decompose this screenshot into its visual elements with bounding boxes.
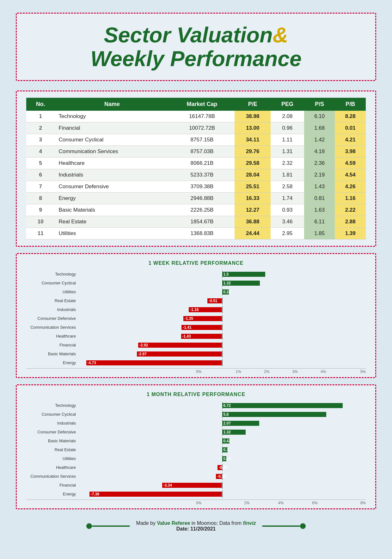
footer-finviz: finviz <box>243 520 256 526</box>
bar-value-label: 1.32 <box>222 430 232 434</box>
bar-row: Industrials-1.16 <box>26 306 366 313</box>
bar-value-label: -3.34 <box>162 483 173 488</box>
cell-peg: 2.08 <box>271 111 304 122</box>
bar-area: -2.97 <box>78 351 366 357</box>
cell-pe: 16.33 <box>235 192 271 204</box>
bar-label: Consumer Defensive <box>26 430 78 434</box>
cell-name: Healthcare <box>55 157 169 169</box>
cell-market-cap: 8066.21B <box>169 157 235 169</box>
cell-pe: 38.98 <box>235 111 271 122</box>
table-row: 1 Technology 16147.78B 38.98 2.08 6.10 8… <box>26 111 366 122</box>
bar-fill: -4.73 <box>86 360 222 365</box>
bar-area: -4.73 <box>78 359 366 366</box>
bar-label: Consumer Cyclical <box>26 281 78 285</box>
bar-area: -0.26 <box>78 464 366 471</box>
bar-row: Healthcare-0.26 <box>26 464 366 471</box>
cell-pe: 36.88 <box>235 216 271 227</box>
cell-pb: 4.26 <box>335 181 366 192</box>
footer-right-decoration <box>262 523 306 529</box>
axis-label: 4% <box>309 370 338 374</box>
bar-label: Communication Services <box>26 474 78 479</box>
bar-area: 1.32 <box>78 429 366 436</box>
bar-value-label: -0.26 <box>217 465 229 470</box>
bar-row: Financial-2.92 <box>26 342 366 349</box>
bar-value-label: -2.92 <box>138 343 149 347</box>
cell-ps: 1.63 <box>304 204 335 216</box>
bar-area: -0.51 <box>78 297 366 304</box>
zero-line <box>222 342 223 349</box>
cell-no: 8 <box>26 192 55 204</box>
cell-pb: 3.98 <box>335 146 366 157</box>
bar-area: 1.32 <box>78 280 366 287</box>
chart1-axis-labels: 0%1%2%3%4%5% <box>26 370 366 374</box>
bar-area: 0.24 <box>78 289 366 295</box>
axis-label: 6% <box>298 501 332 505</box>
cell-ps: 1.85 <box>304 227 335 239</box>
bar-fill: -7.39 <box>89 492 222 497</box>
zero-line <box>222 359 223 366</box>
zero-line <box>222 324 223 331</box>
axis-label: 5% <box>338 370 366 374</box>
bar-label: Consumer Defensive <box>26 316 78 321</box>
table-row: 9 Basic Materials 2226.25B 12.27 0.93 1.… <box>26 204 366 216</box>
cell-market-cap: 8757.15B <box>169 134 235 146</box>
bar-area: 1.5 <box>78 271 366 278</box>
cell-pe: 28.04 <box>235 169 271 181</box>
cell-no: 5 <box>26 157 55 169</box>
bar-value-label: 0.24 <box>222 290 232 294</box>
col-name: Name <box>55 98 169 111</box>
chart1-section: 1 WEEK RELATIVE PERFORMANCE Technology1.… <box>16 253 376 378</box>
footer-text: Made by Value Referee in Moomoo; Data fr… <box>136 520 256 532</box>
footer-date: Date: 11/20/2021 <box>136 526 256 532</box>
bar-area: -7.39 <box>78 491 366 498</box>
bar-label: Real Estate <box>26 298 78 303</box>
bar-area: -1.41 <box>78 324 366 331</box>
bar-row: Consumer Defensive-1.35 <box>26 315 366 322</box>
cell-market-cap: 5233.37B <box>169 169 235 181</box>
bar-label: Basic Materials <box>26 438 78 443</box>
cell-peg: 0.93 <box>271 204 304 216</box>
table-row: 6 Industrials 5233.37B 28.04 1.81 2.19 4… <box>26 169 366 181</box>
bar-area: 0.3 <box>78 446 366 453</box>
bar-value-label: -0.51 <box>207 299 218 303</box>
cell-peg: 0.96 <box>271 122 304 134</box>
col-peg: PEG <box>271 98 304 111</box>
bar-label: Financial <box>26 343 78 347</box>
cell-ps: 2.19 <box>304 169 335 181</box>
footer-circle-left <box>86 523 92 529</box>
bar-row: Basic Materials0.42 <box>26 438 366 444</box>
cell-ps: 1.43 <box>304 181 335 192</box>
bar-row: Basic Materials-2.97 <box>26 351 366 357</box>
cell-peg: 2.32 <box>271 157 304 169</box>
footer-circle-right <box>300 523 306 529</box>
zero-line <box>222 315 223 322</box>
bar-fill: -1.41 <box>181 325 222 330</box>
bar-label: Technology <box>26 403 78 408</box>
table-body: 1 Technology 16147.78B 38.98 2.08 6.10 8… <box>26 111 366 239</box>
zero-line <box>222 306 223 313</box>
bar-area: -0.34 <box>78 473 366 480</box>
cell-pb: 1.16 <box>335 192 366 204</box>
table-row: 7 Consumer Defensive 3709.38B 25.51 2.58… <box>26 181 366 192</box>
cell-peg: 1.31 <box>271 146 304 157</box>
bar-value-label: 1.32 <box>222 281 232 285</box>
bar-row: Healthcare-1.43 <box>26 333 366 340</box>
bar-value-label: 5.8 <box>222 412 230 417</box>
bar-fill: 0.24 <box>222 289 229 295</box>
bar-value-label: -1.41 <box>181 325 193 330</box>
bar-fill: -2.97 <box>137 351 222 357</box>
cell-pb: 4.54 <box>335 169 366 181</box>
bar-value-label: -1.16 <box>189 307 200 312</box>
cell-pb: 1.39 <box>335 227 366 239</box>
footer-left-decoration <box>86 523 130 529</box>
cell-pb: 4.59 <box>335 157 366 169</box>
chart2-axis-line <box>26 500 366 500</box>
cell-peg: 1.11 <box>271 134 304 146</box>
bar-row: Energy-4.73 <box>26 359 366 366</box>
cell-name: Consumer Defensive <box>55 181 169 192</box>
bar-row: Real Estate-0.51 <box>26 297 366 304</box>
cell-name: Communication Services <box>55 146 169 157</box>
chart1-title: 1 WEEK RELATIVE PERFORMANCE <box>26 260 366 266</box>
bar-label: Healthcare <box>26 334 78 339</box>
bar-label: Utilities <box>26 289 78 294</box>
